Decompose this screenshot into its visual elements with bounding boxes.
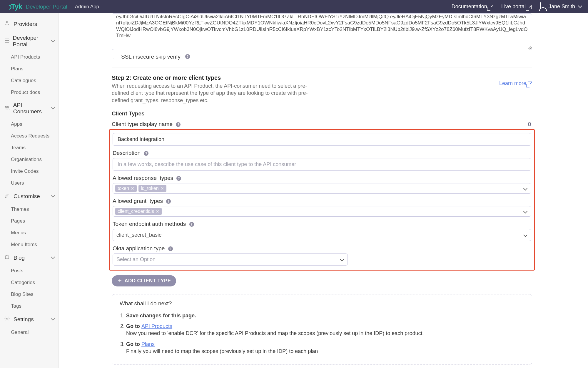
documentation-link[interactable]: Documentation: [452, 4, 493, 10]
external-link-icon: [527, 5, 532, 9]
sidebar-item-posts[interactable]: Posts: [0, 265, 59, 277]
sidebar-label: Blog: [14, 255, 25, 261]
sidebar-item-access-requests[interactable]: Access Requests: [0, 130, 59, 142]
response-types-label: Allowed response_types ?: [113, 175, 531, 181]
next-steps-panel: What shall I do next? Save changes for t…: [112, 294, 532, 364]
tag-client-credentials: client_credentials✕: [115, 208, 162, 215]
divider: [112, 67, 532, 67]
chevron-down-icon: [50, 256, 54, 260]
customise-icon: [4, 193, 11, 200]
sidebar-label: Developer Portal: [13, 35, 50, 48]
description-input[interactable]: [113, 158, 531, 171]
sidebar-item-blog-sites[interactable]: Blog Sites: [0, 289, 59, 300]
main-content: eyJhbGciOiJIUzI1NiIsInR5cCIgOiAiSldUIiwi…: [59, 13, 588, 368]
remove-tag-icon[interactable]: ✕: [156, 209, 159, 214]
live-portal-label: Live portal: [501, 4, 526, 10]
add-client-type-button[interactable]: ＋ ADD CLIENT TYPE: [112, 275, 176, 286]
sidebar-item-plans[interactable]: Plans: [0, 63, 59, 75]
app-name: Admin App: [75, 4, 99, 10]
sidebar-item-developer-portal[interactable]: Developer Portal: [0, 31, 59, 51]
external-link-icon: [528, 82, 532, 86]
providers-icon: [4, 20, 11, 28]
sidebar-item-teams[interactable]: Teams: [0, 142, 59, 154]
sidebar-label: Settings: [14, 316, 34, 323]
sidebar-item-invite-codes[interactable]: Invite Codes: [0, 165, 59, 177]
help-icon[interactable]: ?: [185, 54, 190, 59]
topbar: Tyk Developer Portal Admin App Documenta…: [0, 0, 588, 13]
blog-icon: [4, 254, 11, 261]
svg-point-4: [7, 106, 9, 107]
remove-tag-icon[interactable]: ✕: [131, 186, 134, 191]
brand-subtitle: Developer Portal: [26, 4, 67, 10]
chevron-down-icon: [50, 106, 54, 111]
response-types-multiselect[interactable]: token✕ id_token✕: [113, 183, 531, 194]
okta-placeholder: Select an Option: [116, 256, 156, 262]
help-icon[interactable]: ?: [144, 151, 148, 156]
add-client-type-label: ADD CLIENT TYPE: [124, 278, 171, 284]
remove-tag-icon[interactable]: ✕: [161, 186, 164, 191]
grant-types-label: Allowed grant_types ?: [113, 198, 531, 204]
sidebar-item-users[interactable]: Users: [0, 177, 59, 189]
sidebar-item-product-docs[interactable]: Product docs: [0, 87, 59, 98]
grant-types-multiselect[interactable]: client_credentials✕: [113, 206, 531, 217]
help-icon[interactable]: ?: [176, 176, 181, 181]
delete-client-type-button[interactable]: [527, 121, 532, 128]
logo: Tyk Developer Portal Admin App: [6, 2, 99, 11]
sidebar-item-settings[interactable]: Settings: [0, 312, 59, 326]
sidebar-item-providers[interactable]: Providers: [0, 17, 59, 31]
next-steps-heading: What shall I do next?: [120, 300, 524, 307]
learn-more-link[interactable]: Learn more: [499, 74, 532, 87]
help-icon[interactable]: ?: [189, 222, 194, 227]
sidebar-label: Customise: [14, 193, 40, 200]
api-products-link[interactable]: API Products: [141, 323, 172, 329]
description-label: Description ?: [113, 150, 531, 156]
live-portal-link[interactable]: Live portal: [501, 4, 532, 10]
sidebar-item-api-consumers[interactable]: API Consumers: [0, 98, 59, 118]
sidebar-item-organisations[interactable]: Organisations: [0, 154, 59, 165]
plans-link[interactable]: Plans: [141, 341, 155, 347]
chevron-down-icon: [523, 186, 527, 190]
jwt-token-textarea[interactable]: eyJhbGciOiJIUzI1NiIsInR5cCIgOiAiSldUIiwi…: [112, 13, 532, 50]
sidebar: Providers Developer Portal API Products …: [0, 13, 59, 368]
chevron-down-icon: [577, 4, 582, 10]
sidebar-item-catalogues[interactable]: Catalogues: [0, 75, 59, 87]
help-icon[interactable]: ?: [168, 246, 173, 251]
display-name-input[interactable]: [113, 133, 531, 146]
sidebar-item-blog[interactable]: Blog: [0, 251, 59, 265]
sidebar-item-pages[interactable]: Pages: [0, 215, 59, 227]
token-auth-label: Token endpoint auth methods ?: [113, 221, 531, 227]
guide-step-3: Go to PlansFinally you will need to map …: [126, 341, 524, 355]
learn-more-label: Learn more: [499, 80, 526, 87]
sidebar-label: API Consumers: [13, 102, 50, 115]
chevron-down-icon: [340, 257, 344, 261]
highlighted-client-type-form: Description ? Allowed response_types ? t…: [109, 129, 535, 271]
chevron-down-icon: [50, 317, 54, 322]
help-icon[interactable]: ?: [176, 122, 181, 127]
sidebar-item-menu-items[interactable]: Menu Items: [0, 239, 59, 251]
sidebar-item-apps[interactable]: Apps: [0, 118, 59, 130]
sidebar-item-categories[interactable]: Categories: [0, 277, 59, 289]
svg-point-6: [6, 318, 8, 319]
guide-step-2: Go to API ProductsNow you need to 'enabl…: [126, 323, 524, 337]
token-auth-value: client_secret_basic: [116, 232, 161, 238]
token-auth-select[interactable]: client_secret_basic: [113, 229, 531, 241]
sidebar-item-general[interactable]: General: [0, 326, 59, 338]
sidebar-item-customise[interactable]: Customise: [0, 189, 59, 203]
help-icon[interactable]: ?: [166, 199, 171, 204]
tag-token: token✕: [115, 185, 137, 192]
user-name: Jane Smith: [549, 4, 575, 10]
okta-app-type-select[interactable]: Select an Option: [113, 253, 348, 266]
sidebar-item-tags[interactable]: Tags: [0, 300, 59, 312]
user-menu[interactable]: Jane Smith: [540, 3, 582, 11]
sidebar-item-api-products[interactable]: API Products: [0, 51, 59, 63]
sidebar-item-menus[interactable]: Menus: [0, 227, 59, 239]
settings-icon: [4, 316, 11, 323]
ssl-insecure-label: SSL insecure skip verify: [121, 54, 181, 60]
chevron-down-icon: [523, 233, 527, 237]
ssl-insecure-checkbox[interactable]: [113, 55, 117, 59]
sidebar-item-themes[interactable]: Themes: [0, 203, 59, 215]
brand-text: Tyk: [11, 2, 22, 11]
svg-point-3: [5, 106, 7, 107]
external-link-icon: [489, 5, 493, 9]
chevron-down-icon: [50, 39, 54, 44]
